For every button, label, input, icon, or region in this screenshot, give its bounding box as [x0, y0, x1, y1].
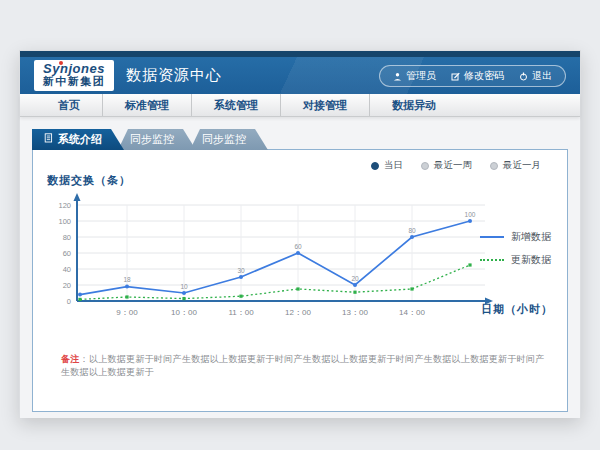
- svg-text:120: 120: [58, 201, 71, 210]
- svg-text:100: 100: [58, 217, 71, 226]
- svg-text:9：00: 9：00: [116, 308, 138, 317]
- user-action-label: 退出: [532, 69, 552, 83]
- svg-text:18: 18: [123, 276, 131, 283]
- svg-text:80: 80: [63, 233, 71, 242]
- content-area: 系统介绍同步监控同步监控 当日最近一周最近一月 数据交换（条） 02040608…: [20, 117, 580, 418]
- user-action-label: 修改密码: [464, 69, 504, 83]
- power-icon: [519, 72, 528, 81]
- legend-line-sample: [480, 259, 504, 261]
- tab-label: 系统介绍: [58, 129, 102, 150]
- radio-option[interactable]: 当日: [371, 159, 403, 172]
- footnote-label: 备注: [61, 354, 80, 364]
- svg-text:14：00: 14：00: [399, 308, 425, 317]
- legend-item: 新增数据: [480, 230, 551, 244]
- svg-text:40: 40: [63, 265, 71, 274]
- user-action-edit[interactable]: 修改密码: [451, 69, 504, 83]
- svg-text:10：00: 10：00: [171, 308, 197, 317]
- svg-text:80: 80: [408, 227, 416, 234]
- tab-label: 同步监控: [202, 129, 246, 150]
- radio-icon: [371, 162, 379, 170]
- nav-item[interactable]: 数据异动: [370, 94, 458, 116]
- legend-line-sample: [480, 236, 504, 238]
- app-window: Synjones 新中新集团 数据资源中心 管理员修改密码退出 首页标准管理系统…: [19, 50, 581, 418]
- time-range-filter: 当日最近一周最近一月: [371, 159, 541, 172]
- nav-item[interactable]: 对接管理: [281, 94, 370, 116]
- x-axis-title: 日期（小时）: [481, 302, 553, 317]
- legend-label: 新增数据: [511, 230, 551, 244]
- app-header: Synjones 新中新集团 数据资源中心 管理员修改密码退出: [20, 57, 580, 94]
- legend-item: 更新数据: [480, 253, 551, 267]
- user-action-power[interactable]: 退出: [519, 69, 552, 83]
- legend-label: 更新数据: [511, 253, 551, 267]
- main-nav: 首页标准管理系统管理对接管理数据异动: [20, 94, 580, 117]
- nav-item[interactable]: 首页: [36, 94, 103, 116]
- line-chart: 0204060801001209：0010：0011：0012：0013：001…: [45, 188, 505, 323]
- logo-red-dot-icon: [59, 61, 63, 65]
- tab-1[interactable]: 同步监控: [118, 129, 196, 150]
- svg-text:13：00: 13：00: [342, 308, 368, 317]
- user-action-label: 管理员: [406, 69, 436, 83]
- nav-item[interactable]: 标准管理: [103, 94, 192, 116]
- nav-item[interactable]: 系统管理: [192, 94, 281, 116]
- tab-label: 同步监控: [130, 129, 174, 150]
- page-title: 数据资源中心: [126, 66, 222, 85]
- tab-2[interactable]: 同步监控: [190, 129, 268, 150]
- svg-text:12：00: 12：00: [285, 308, 311, 317]
- chart-panel: 当日最近一周最近一月 数据交换（条） 0204060801001209：0010…: [32, 149, 568, 412]
- y-axis-title: 数据交换（条）: [47, 173, 131, 188]
- logo-company-text: 新中新集团: [34, 75, 114, 88]
- svg-text:20: 20: [63, 281, 71, 290]
- user-actions-group: 管理员修改密码退出: [379, 65, 566, 87]
- radio-label: 最近一周: [434, 159, 472, 172]
- radio-option[interactable]: 最近一月: [490, 159, 541, 172]
- series-legend: 新增数据更新数据: [480, 230, 551, 267]
- svg-text:30: 30: [237, 267, 245, 274]
- doc-icon: [44, 129, 53, 150]
- radio-option[interactable]: 最近一周: [421, 159, 472, 172]
- svg-text:10: 10: [180, 283, 188, 290]
- tab-bar: 系统介绍同步监控同步监控: [32, 129, 262, 150]
- svg-text:60: 60: [294, 243, 302, 250]
- radio-label: 最近一月: [503, 159, 541, 172]
- edit-icon: [451, 72, 460, 81]
- user-action-user[interactable]: 管理员: [393, 69, 436, 83]
- svg-text:0: 0: [67, 297, 71, 306]
- radio-icon: [421, 162, 429, 170]
- svg-text:11：00: 11：00: [228, 308, 254, 317]
- user-icon: [393, 72, 402, 81]
- radio-icon: [490, 162, 498, 170]
- svg-text:20: 20: [351, 275, 359, 282]
- company-logo: Synjones 新中新集团: [34, 60, 114, 91]
- svg-text:100: 100: [465, 211, 476, 218]
- footnote-text: ：以上数据更新于时间产生数据以上数据更新于时间产生数据以上数据更新于时间产生数据…: [61, 354, 545, 377]
- tab-0[interactable]: 系统介绍: [32, 129, 124, 150]
- logo-brand-text: Synjones: [34, 62, 114, 75]
- svg-text:60: 60: [63, 249, 71, 258]
- radio-label: 当日: [384, 159, 403, 172]
- footnote: 备注：以上数据更新于时间产生数据以上数据更新于时间产生数据以上数据更新于时间产生…: [61, 353, 551, 379]
